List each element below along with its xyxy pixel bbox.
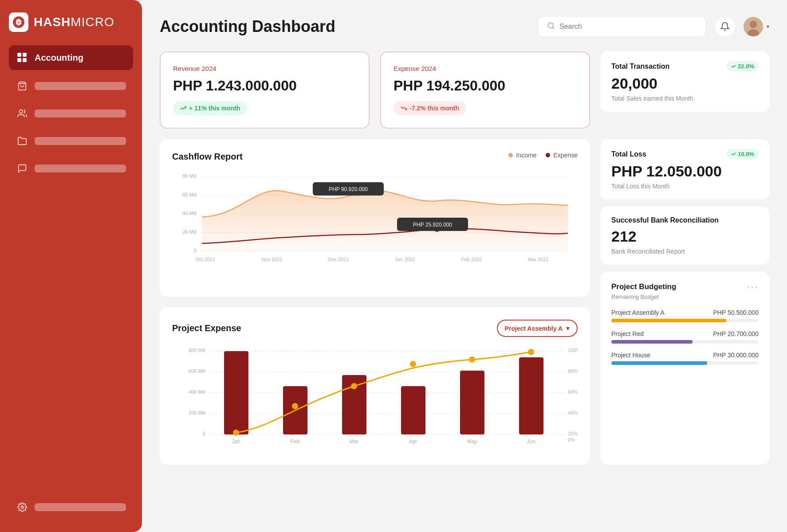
trend-dot-feb	[292, 403, 298, 409]
svg-text:60%: 60%	[568, 389, 578, 395]
total-transaction-value: 20,000	[611, 75, 759, 92]
svg-line-10	[552, 27, 554, 28]
sidebar: # HASHMICRO Accounting	[0, 0, 142, 532]
sidebar-item-files[interactable]	[9, 129, 133, 153]
trend-dot-apr	[410, 361, 416, 367]
svg-point-9	[548, 23, 553, 28]
trend-dot-may	[469, 356, 475, 363]
trend-dot-mar	[351, 383, 357, 389]
budget-item-name: Project Red	[611, 330, 644, 337]
budget-item-value: PHP 30.000.000	[713, 352, 759, 359]
grid-icon	[16, 51, 28, 64]
budget-item-name: Project Assembly A	[611, 309, 665, 316]
progress-bar-house	[611, 361, 707, 365]
svg-text:Jan: Jan	[232, 438, 240, 445]
budget-more-button[interactable]: ···	[747, 282, 759, 292]
progress-bar-red	[611, 340, 693, 344]
budget-item-name: Project House	[611, 352, 650, 359]
sidebar-logo: # HASHMICRO	[9, 12, 133, 32]
avatar	[744, 17, 763, 36]
svg-text:PHP 25.920.000: PHP 25.920.000	[413, 222, 452, 228]
svg-text:Oct 2021: Oct 2021	[196, 257, 216, 262]
svg-text:Jan 2022: Jan 2022	[395, 257, 415, 262]
chevron-down-icon: ▾	[566, 324, 570, 332]
total-transaction-title: Total Transaction	[611, 63, 669, 70]
svg-text:Apr: Apr	[409, 438, 417, 445]
total-loss-value: PHP 12.050.000	[611, 163, 759, 180]
notification-button[interactable]	[715, 17, 735, 36]
svg-text:600 Mill: 600 Mill	[189, 368, 205, 374]
svg-text:#: #	[18, 20, 20, 24]
total-transaction-badge: 22.0%	[727, 61, 759, 71]
logo-icon: #	[9, 12, 28, 32]
total-loss-desc: Total Loss this Month	[611, 183, 759, 190]
legend-income: Income	[508, 152, 537, 159]
sidebar-item-accounting[interactable]: Accounting	[9, 45, 133, 70]
sidebar-item-contacts[interactable]	[9, 101, 133, 126]
settings-icon	[16, 501, 28, 513]
expense-badge: -7.2% this month	[394, 101, 466, 115]
svg-rect-4	[17, 58, 21, 62]
sidebar-item-label: Accounting	[35, 53, 83, 63]
svg-text:0: 0	[194, 248, 197, 253]
main-content: Accounting Dashboard	[142, 0, 787, 532]
revenue-card: Revenue 2024 PHP 1.243.000.000 + 11% thi…	[160, 51, 370, 129]
svg-text:Mar 2022: Mar 2022	[528, 257, 548, 262]
nav-item-bar	[35, 110, 126, 117]
right-column: Total Loss 10.0% PHP 12.050.000 Total Lo…	[601, 139, 769, 465]
svg-rect-5	[23, 58, 27, 62]
trend-dot-jun	[528, 349, 534, 355]
svg-text:Mar: Mar	[350, 438, 359, 445]
expense-dot	[546, 153, 550, 157]
page-title: Accounting Dashboard	[160, 17, 335, 36]
charts-column: Cashflow Report Income Expense	[160, 139, 590, 465]
svg-text:May: May	[467, 438, 477, 445]
legend-expense: Expense	[546, 152, 578, 159]
svg-text:Feb 2022: Feb 2022	[461, 257, 482, 262]
search-icon	[547, 22, 555, 31]
avatar-button[interactable]: ▾	[744, 17, 769, 36]
svg-point-12	[750, 21, 757, 28]
bar-apr	[401, 386, 425, 434]
revenue-badge: + 11% this month	[173, 101, 248, 115]
svg-text:80%: 80%	[568, 368, 578, 374]
svg-rect-2	[17, 53, 21, 57]
users-icon	[16, 107, 28, 120]
svg-text:80 Mill: 80 Mill	[182, 173, 197, 179]
project-expense-card: Project Expense Project Assembly A ▾ 800…	[160, 307, 590, 465]
project-expense-svg: 800 Mill 600 Mill 400 Mill 200 Mill 0 10…	[172, 344, 578, 450]
chevron-down-icon: ▾	[767, 23, 769, 30]
revenue-value: PHP 1.243.000.000	[173, 78, 356, 94]
income-dot	[508, 153, 513, 157]
budget-item-value: PHP 50.500.000	[713, 309, 759, 316]
sidebar-settings[interactable]	[9, 495, 133, 520]
folder-icon	[16, 135, 28, 147]
bank-recon-value: 212	[611, 228, 759, 245]
project-dropdown[interactable]: Project Assembly A ▾	[497, 320, 578, 337]
bank-recon-title: Successful Bank Reconciliation	[611, 216, 719, 224]
cashflow-chart-card: Cashflow Report Income Expense	[160, 139, 590, 297]
sidebar-item-sales[interactable]	[9, 74, 133, 98]
budget-item-assembly: Project Assembly A PHP 50.500.000	[611, 309, 759, 322]
svg-text:0: 0	[203, 431, 205, 436]
search-input[interactable]	[559, 23, 697, 31]
cashflow-header: Cashflow Report Income Expense	[172, 152, 578, 162]
project-budgeting-card: Project Budgeting ··· Remaining Budget P…	[601, 272, 769, 465]
cashflow-title: Cashflow Report	[172, 152, 243, 162]
svg-rect-3	[23, 53, 27, 57]
project-expense-title: Project Expense	[172, 323, 241, 333]
cashflow-svg: 80 Mill 60 Mill 40 Mill 20 Mill 0	[172, 169, 578, 266]
svg-text:Nov 2021: Nov 2021	[261, 257, 282, 262]
budget-subtitle: Remaining Budget	[611, 293, 759, 300]
bar-jan	[224, 351, 248, 434]
svg-text:100%: 100%	[568, 348, 578, 353]
budget-title: Project Budgeting	[611, 282, 676, 291]
sidebar-item-messages[interactable]	[9, 156, 133, 181]
bar-jun	[519, 357, 543, 434]
chat-icon	[16, 162, 28, 175]
search-box[interactable]	[538, 16, 706, 37]
svg-text:800 Mill: 800 Mill	[189, 348, 205, 353]
cashflow-legend: Income Expense	[508, 152, 578, 159]
svg-text:0%: 0%	[568, 437, 575, 442]
progress-bar-assembly	[611, 319, 726, 322]
